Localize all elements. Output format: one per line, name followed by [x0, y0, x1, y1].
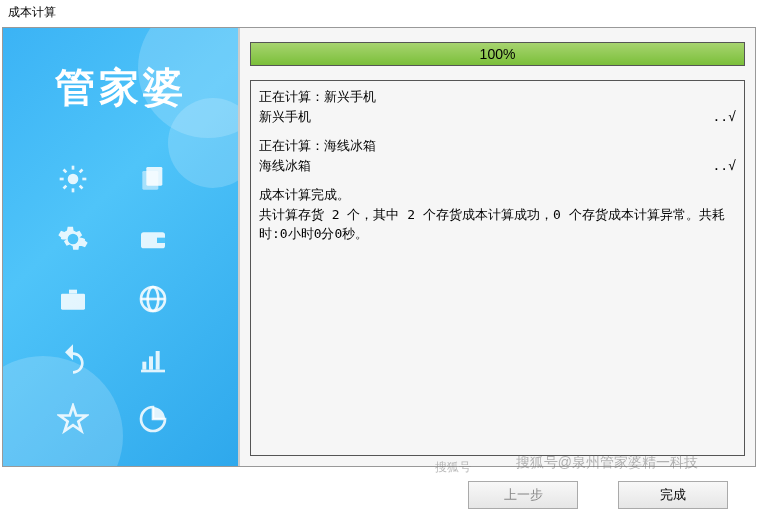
svg-rect-18 [142, 362, 146, 370]
undo-icon [43, 333, 103, 385]
main-container: 管家婆 [2, 27, 756, 467]
chart-icon [123, 333, 183, 385]
svg-line-5 [64, 170, 67, 173]
log-summary: 成本计算完成。 共计算存货 2 个，其中 2 个存货成本计算成功，0 个存货成本… [259, 185, 736, 244]
log-text: 新兴手机 [259, 107, 311, 127]
log-text: 共计算存货 2 个，其中 2 个存货成本计算成功，0 个存货成本计算异常。共耗时… [259, 205, 736, 244]
log-text: 海线冰箱 [259, 156, 311, 176]
button-bar: 上一步 完成 [0, 469, 758, 509]
svg-rect-10 [142, 171, 158, 190]
log-status: ..√ [713, 156, 736, 176]
sun-icon [43, 153, 103, 205]
sidebar: 管家婆 [3, 28, 238, 466]
svg-rect-20 [156, 351, 160, 370]
svg-rect-12 [157, 238, 165, 243]
content-panel: 100% 正在计算：新兴手机 新兴手机 ..√ 正在计算：海线冰箱 海线冰箱 .… [238, 28, 755, 466]
log-block: 正在计算：新兴手机 新兴手机 ..√ [259, 87, 736, 126]
log-text: 正在计算：新兴手机 [259, 87, 376, 107]
gear-icon [43, 213, 103, 265]
progress-label: 100% [251, 43, 744, 65]
log-area: 正在计算：新兴手机 新兴手机 ..√ 正在计算：海线冰箱 海线冰箱 ..√ 成本… [250, 80, 745, 456]
log-text: 正在计算：海线冰箱 [259, 136, 376, 156]
svg-rect-14 [69, 290, 77, 294]
wallet-icon [123, 213, 183, 265]
svg-rect-13 [61, 294, 85, 310]
window-title: 成本计算 [0, 0, 758, 25]
progress-bar: 100% [250, 42, 745, 66]
svg-line-6 [80, 186, 83, 189]
star-icon [43, 393, 103, 445]
svg-rect-19 [149, 356, 153, 369]
briefcase-icon [43, 273, 103, 325]
pie-icon [123, 393, 183, 445]
prev-button[interactable]: 上一步 [468, 481, 578, 509]
log-text: 成本计算完成。 [259, 185, 736, 205]
svg-line-8 [80, 170, 83, 173]
done-button[interactable]: 完成 [618, 481, 728, 509]
log-block: 正在计算：海线冰箱 海线冰箱 ..√ [259, 136, 736, 175]
svg-line-7 [64, 186, 67, 189]
log-status: ..√ [713, 107, 736, 127]
icon-grid [43, 153, 183, 445]
brand-title: 管家婆 [3, 60, 238, 115]
stack-icon [123, 153, 183, 205]
svg-point-0 [68, 174, 79, 185]
globe-icon [123, 273, 183, 325]
